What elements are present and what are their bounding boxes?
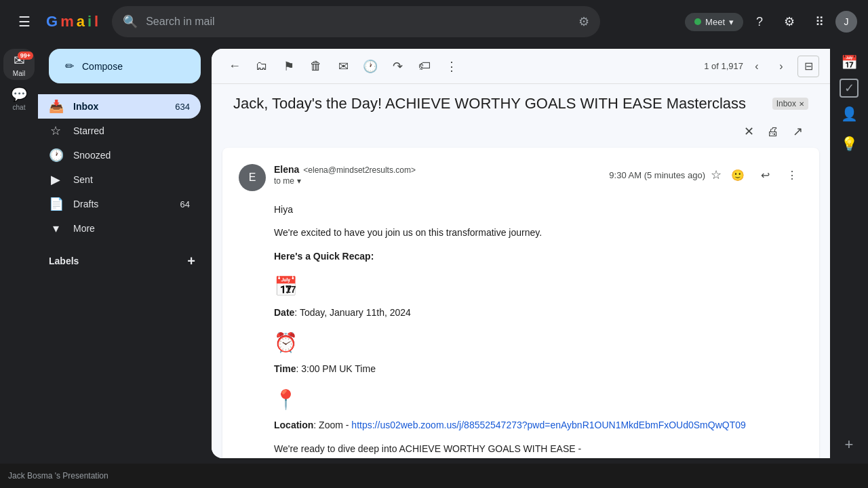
email-toolbar: ← 🗂 ⚑ 🗑 ✉ 🕐 ↷ 🏷 ⋮ 1 of 1,917 ‹ › ⊟ — [212, 49, 830, 84]
email-body: Hiya We're excited to have you join us o… — [239, 202, 803, 458]
sidebar-item-inbox[interactable]: 📥 Inbox 634 — [38, 94, 201, 119]
mail-badge: 99+ — [18, 52, 33, 60]
sidebar-item-drafts[interactable]: 📄 Drafts 64 — [38, 192, 201, 216]
taskbar-label: Jack Bosma 's Presentation — [8, 471, 108, 481]
pin-emoji: 📍 — [274, 385, 768, 415]
labels-title: Labels — [49, 256, 79, 266]
tasks-panel-button[interactable]: ✓ — [840, 79, 859, 98]
keep-panel-button[interactable]: 💡 — [835, 130, 863, 157]
inbox-label: Inbox — [73, 101, 164, 112]
menu-button[interactable]: ☰ — [11, 8, 38, 35]
sent-label: Sent — [73, 174, 190, 185]
snoozed-label: Snoozed — [73, 150, 190, 161]
help-button[interactable]: ? — [746, 8, 773, 35]
gmail-logo: Gmail — [46, 13, 98, 30]
meet-status-dot — [694, 18, 701, 25]
email-subject: Jack, Today's the Day! ACHIEVE WORTHY GO… — [233, 95, 767, 113]
top-right-buttons: Meet ▾ ? ⚙ ⠿ J — [685, 8, 857, 35]
email-view: Jack, Today's the Day! ACHIEVE WORTHY GO… — [212, 84, 830, 458]
settings-button[interactable]: ⚙ — [776, 8, 803, 35]
right-panel: 📅 ✓ 👤 💡 + — [830, 43, 868, 464]
time-text: Time: 3:00 PM UK Time — [274, 361, 768, 376]
add-panel-button[interactable]: + — [835, 431, 863, 458]
meet-button[interactable]: Meet ▾ — [685, 13, 743, 31]
labels-section: Labels + — [38, 246, 212, 276]
date-section: 📅 17 Date: Today, January 11th, 2024 — [274, 272, 768, 320]
dive-text: We're ready to dive deep into ACHIEVE WO… — [274, 441, 768, 456]
open-in-new-button[interactable]: ↗ — [787, 121, 808, 142]
nav-sidebar: ✏ Compose 📥 Inbox 634 ☆ Starred 🕐 Snooze… — [38, 43, 212, 464]
mark-unread-button[interactable]: ✉ — [331, 54, 355, 79]
drafts-count: 64 — [180, 199, 190, 209]
compose-button[interactable]: ✏ Compose — [49, 49, 201, 83]
sidebar-icon-chat[interactable]: 💬 chat — [3, 83, 35, 114]
taskbar: Jack Bosma 's Presentation — [0, 464, 868, 488]
more-icon: ▾ — [49, 221, 62, 236]
sidebar-mail-label: Mail — [13, 70, 25, 77]
view-type-button[interactable]: ⊟ — [797, 56, 819, 77]
inbox-icon: 📥 — [49, 99, 62, 114]
more-actions-button[interactable]: ⋮ — [439, 54, 464, 79]
email-tag-text: Inbox — [776, 99, 796, 108]
time-section: ⏰ Time: 3:00 PM UK Time — [274, 328, 768, 376]
emoji-reaction-button[interactable]: 🙂 — [727, 164, 749, 186]
prev-email-button[interactable]: ‹ — [746, 56, 768, 77]
avatar[interactable]: J — [835, 11, 857, 33]
email-area: ← 🗂 ⚑ 🗑 ✉ 🕐 ↷ 🏷 ⋮ 1 of 1,917 ‹ › ⊟ Jack,… — [212, 49, 830, 458]
starred-icon: ☆ — [49, 123, 62, 138]
search-input[interactable] — [146, 16, 570, 28]
sender-to[interactable]: to me ▾ — [274, 176, 601, 186]
main-area: ✉ Mail 99+ 💬 chat ✏ Compose 📥 Inbox 634 … — [0, 43, 868, 464]
email-timestamp: 9:30 AM (5 minutes ago) — [609, 170, 705, 180]
sender-name: Elena — [274, 164, 299, 175]
sidebar-icon-mail[interactable]: ✉ Mail 99+ — [3, 49, 35, 80]
minimize-email-button[interactable]: ✕ — [738, 121, 760, 142]
email-message: E Elena <elena@mindset2results.com> to m… — [222, 148, 819, 458]
report-button[interactable]: ⚑ — [277, 54, 301, 79]
calendar-emoji: 📅 17 — [274, 272, 768, 302]
clock-emoji: ⏰ — [274, 328, 768, 359]
zoom-link[interactable]: https://us02web.zoom.us/j/88552547273?pw… — [351, 420, 745, 430]
star-button[interactable]: ☆ — [711, 167, 722, 182]
move-button[interactable]: ↷ — [385, 54, 410, 79]
intro-text: We're excited to have you join us on thi… — [274, 225, 768, 240]
sent-icon: ▶ — [49, 172, 62, 187]
search-icon: 🔍 — [123, 14, 138, 29]
back-button[interactable]: ← — [222, 54, 247, 79]
sidebar-item-starred[interactable]: ☆ Starred — [38, 119, 201, 143]
print-email-button[interactable]: 🖨 — [762, 121, 784, 142]
archive-button[interactable]: 🗂 — [250, 54, 274, 79]
search-bar: 🔍 ⚙ — [112, 6, 600, 37]
labels-button[interactable]: 🏷 — [412, 54, 437, 79]
to-label: to me — [274, 176, 294, 186]
contacts-panel-button[interactable]: 👤 — [835, 100, 863, 127]
sidebar-chat-label: chat — [13, 104, 26, 111]
delete-button[interactable]: 🗑 — [304, 54, 328, 79]
apps-button[interactable]: ⠿ — [806, 8, 833, 35]
more-email-actions-button[interactable]: ⋮ — [781, 164, 803, 186]
sidebar-item-snoozed[interactable]: 🕐 Snoozed — [38, 143, 201, 167]
sidebar-item-sent[interactable]: ▶ Sent — [38, 167, 201, 192]
compose-label: Compose — [82, 61, 123, 72]
add-label-button[interactable]: + — [182, 251, 201, 270]
starred-label: Starred — [73, 125, 190, 136]
calendar-panel-button[interactable]: 📅 — [835, 49, 863, 76]
sender-avatar: E — [239, 164, 266, 191]
sidebar-item-more[interactable]: ▾ More — [38, 216, 201, 241]
side-icons-panel: ✉ Mail 99+ 💬 chat — [0, 43, 38, 464]
snooze-button[interactable]: 🕐 — [358, 54, 382, 79]
recap-title: Here's a Quick Recap: — [274, 251, 374, 262]
compose-icon: ✏ — [65, 60, 74, 73]
sender-row: E Elena <elena@mindset2results.com> to m… — [239, 164, 803, 191]
meet-chevron-icon: ▾ — [729, 17, 734, 27]
email-subject-bar: Jack, Today's the Day! ACHIEVE WORTHY GO… — [222, 95, 819, 121]
next-email-button[interactable]: › — [770, 56, 792, 77]
to-chevron-icon: ▾ — [297, 176, 301, 186]
remove-tag-button[interactable]: ✕ — [799, 100, 804, 108]
filter-icon[interactable]: ⚙ — [578, 14, 589, 29]
sender-meta: 9:30 AM (5 minutes ago) ☆ 🙂 ↩ ⋮ — [609, 164, 803, 186]
more-label: More — [73, 223, 190, 234]
meet-label: Meet — [705, 17, 725, 27]
drafts-label: Drafts — [73, 199, 170, 209]
reply-button[interactable]: ↩ — [754, 164, 776, 186]
